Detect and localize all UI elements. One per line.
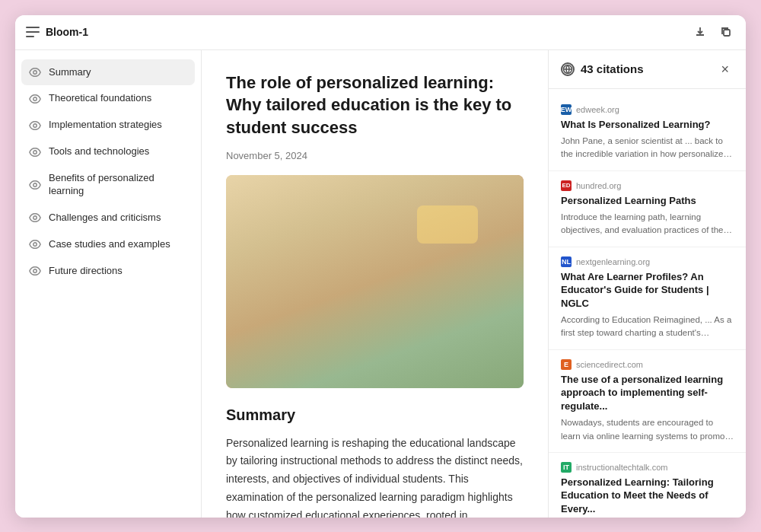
svg-point-2 bbox=[33, 97, 37, 100]
title-bar-left: Bloom-1 bbox=[26, 26, 88, 38]
citation-item[interactable]: NL nextgenlearning.org What Are Learner … bbox=[549, 247, 746, 350]
source-domain: nextgenlearning.org bbox=[576, 257, 650, 266]
sidebar-item-label: Future directions bbox=[49, 265, 123, 278]
sidebar-item-case-studies[interactable]: Case studies and examples bbox=[21, 231, 195, 258]
title-bar-actions bbox=[691, 23, 735, 41]
citation-source: EW edweek.org bbox=[561, 104, 734, 115]
citations-list: EW edweek.org What Is Personalized Learn… bbox=[549, 89, 746, 518]
citation-source: E sciencedirect.com bbox=[561, 359, 734, 370]
sidebar-item-theoretical-foundations[interactable]: Theoretical foundations bbox=[21, 85, 195, 112]
sidebar-item-tools-and-technologies[interactable]: Tools and technologies bbox=[21, 139, 195, 165]
svg-rect-0 bbox=[724, 30, 730, 36]
citation-snippet: Introduce the learning path, learning ob… bbox=[561, 211, 734, 237]
citation-item[interactable]: IT instructionaltechtalk.com Personalize… bbox=[549, 453, 746, 518]
citation-title: What Is Personalized Learning? bbox=[561, 118, 734, 132]
eye-icon bbox=[29, 119, 41, 132]
source-domain: edweek.org bbox=[576, 105, 619, 114]
summary-text: Personalized learning is reshaping the e… bbox=[226, 435, 524, 518]
citation-item[interactable]: E sciencedirect.com The use of a persona… bbox=[549, 350, 746, 453]
sidebar-item-label: Case studies and examples bbox=[49, 238, 170, 251]
source-favicon: NL bbox=[561, 256, 572, 267]
app-title: Bloom-1 bbox=[46, 26, 88, 38]
sidebar-item-label: Implementation strategies bbox=[49, 119, 162, 132]
citation-snippet: According to Education Reimagined, ... A… bbox=[561, 314, 734, 340]
article-title: The role of personalized learning: Why t… bbox=[226, 72, 524, 139]
article-image bbox=[226, 175, 524, 388]
source-domain: hundred.org bbox=[576, 181, 621, 190]
svg-point-7 bbox=[33, 243, 37, 246]
citation-title: Personalized Learning: Tailoring Educati… bbox=[561, 476, 734, 516]
source-domain: instructionaltechtalk.com bbox=[576, 463, 667, 472]
citation-source: NL nextgenlearning.org bbox=[561, 256, 734, 267]
svg-point-3 bbox=[33, 123, 37, 126]
svg-point-5 bbox=[33, 183, 37, 186]
close-citations-button[interactable]: × bbox=[716, 61, 734, 78]
globe-icon bbox=[561, 62, 575, 76]
sidebar-item-summary[interactable]: Summary bbox=[21, 59, 195, 86]
citation-snippet: John Pane, a senior scientist at ... bac… bbox=[561, 135, 734, 161]
sidebar-item-label: Theoretical foundations bbox=[49, 92, 151, 105]
eye-icon bbox=[29, 265, 41, 277]
article-date: November 5, 2024 bbox=[226, 150, 524, 161]
source-domain: sciencedirect.com bbox=[576, 360, 643, 369]
copy-button[interactable] bbox=[717, 23, 735, 41]
summary-section: Summary Personalized learning is reshapi… bbox=[226, 406, 524, 518]
citation-snippet: Nowadays, students are encouraged to lea… bbox=[561, 416, 734, 443]
summary-heading: Summary bbox=[226, 406, 524, 424]
sidebar-item-label: Challenges and criticisms bbox=[49, 212, 161, 225]
sidebar-item-label: Benefits of personalized learning bbox=[49, 172, 187, 198]
citation-source: ED hundred.org bbox=[561, 180, 734, 191]
citation-title: What Are Learner Profiles? An Educator's… bbox=[561, 270, 734, 311]
eye-icon bbox=[29, 179, 41, 191]
sidebar-item-benefits[interactable]: Benefits of personalized learning bbox=[21, 165, 195, 205]
eye-icon bbox=[29, 66, 41, 78]
sidebar-item-future-directions[interactable]: Future directions bbox=[21, 258, 195, 285]
download-button[interactable] bbox=[691, 23, 709, 41]
citations-count: 43 citations bbox=[581, 62, 710, 75]
app-window: Bloom-1 Summary bbox=[15, 15, 746, 518]
eye-icon bbox=[29, 93, 41, 105]
source-favicon: EW bbox=[561, 104, 572, 115]
citation-title: Personalized Learning Paths bbox=[561, 194, 734, 208]
citation-item[interactable]: ED hundred.org Personalized Learning Pat… bbox=[549, 171, 746, 247]
svg-point-8 bbox=[33, 269, 37, 272]
svg-point-6 bbox=[33, 216, 37, 219]
sidebar: Summary Theoretical foundations Implemen… bbox=[15, 50, 202, 518]
title-bar: Bloom-1 bbox=[15, 15, 746, 50]
sidebar-toggle-icon[interactable] bbox=[26, 27, 40, 37]
sidebar-item-label: Tools and technologies bbox=[49, 145, 149, 158]
citation-item[interactable]: EW edweek.org What Is Personalized Learn… bbox=[549, 95, 746, 171]
content-area: Summary Theoretical foundations Implemen… bbox=[15, 50, 746, 518]
eye-icon bbox=[29, 238, 41, 250]
source-favicon: E bbox=[561, 359, 572, 370]
eye-icon bbox=[29, 212, 41, 224]
source-favicon: ED bbox=[561, 180, 572, 191]
citation-title: The use of a personalized learning appro… bbox=[561, 373, 734, 413]
svg-point-1 bbox=[33, 71, 37, 74]
citations-header: 43 citations × bbox=[549, 50, 746, 89]
main-content: The role of personalized learning: Why t… bbox=[202, 50, 548, 518]
citation-source: IT instructionaltechtalk.com bbox=[561, 462, 734, 473]
source-favicon: IT bbox=[561, 462, 572, 473]
sidebar-item-challenges[interactable]: Challenges and criticisms bbox=[21, 205, 195, 231]
sidebar-item-label: Summary bbox=[49, 66, 91, 79]
citations-panel: 43 citations × EW edweek.org What Is Per… bbox=[548, 50, 746, 518]
svg-point-4 bbox=[33, 150, 37, 153]
eye-icon bbox=[29, 146, 41, 158]
sidebar-item-implementation-strategies[interactable]: Implementation strategies bbox=[21, 112, 195, 139]
